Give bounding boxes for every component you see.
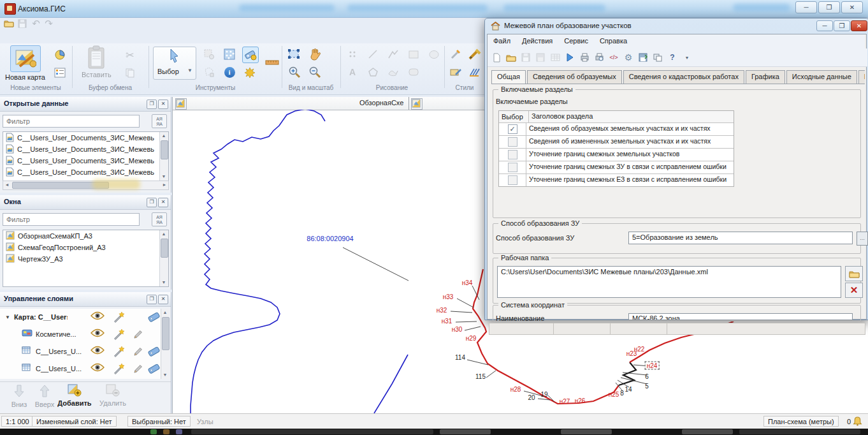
clear-folder-icon[interactable]: ✕ bbox=[845, 283, 863, 298]
info-tool-icon[interactable]: i bbox=[222, 64, 237, 80]
tag-icon[interactable] bbox=[147, 363, 162, 376]
legend-list-icon[interactable] bbox=[52, 65, 68, 80]
float-panel-icon[interactable]: ❐ bbox=[147, 100, 157, 109]
zoom-in-icon[interactable] bbox=[287, 64, 302, 80]
included-section-row[interactable]: ✓Сведения об образуемых земельных участк… bbox=[499, 122, 734, 135]
dialog-mezhevoy-plan[interactable]: Межевой план образование участков ─ ❐ ✕ … bbox=[484, 18, 868, 320]
style-hatch-icon[interactable] bbox=[467, 64, 482, 80]
zoom-out-icon[interactable] bbox=[307, 64, 322, 80]
nodes-toggle[interactable]: Узлы bbox=[192, 416, 218, 427]
minimize-button[interactable]: ─ bbox=[795, 1, 817, 13]
settings-gear-icon[interactable]: ⚙ bbox=[622, 51, 635, 64]
help-icon[interactable]: ? bbox=[666, 51, 679, 64]
section-checkbox[interactable] bbox=[508, 163, 517, 172]
open-data-filter-input[interactable] bbox=[3, 115, 140, 128]
included-section-row[interactable]: Сведения об измененных земельных участка… bbox=[499, 135, 734, 148]
layer-row[interactable]: Косметиче... bbox=[0, 326, 159, 343]
windows-filter-input[interactable] bbox=[3, 213, 140, 226]
section-checkbox[interactable] bbox=[508, 137, 517, 147]
formation-method-combobox[interactable]: 5=Образование из земель bbox=[628, 232, 853, 244]
print-preview-icon[interactable] bbox=[593, 51, 605, 64]
select-layer-icon[interactable] bbox=[222, 47, 237, 62]
layer-up-button[interactable]: Вверх bbox=[29, 384, 61, 408]
redo-icon[interactable]: ↷ bbox=[43, 19, 54, 29]
included-section-row[interactable]: Уточнение границ смежных ЗУ в связи с ис… bbox=[499, 161, 734, 173]
included-section-row[interactable]: Уточнение границ смежных земельных участ… bbox=[499, 148, 734, 161]
os-taskbar[interactable] bbox=[0, 429, 868, 435]
paste-button[interactable]: Вставить bbox=[82, 45, 112, 78]
projection-selector[interactable]: План-схема (метры) bbox=[763, 416, 839, 427]
draw-points-icon[interactable] bbox=[345, 47, 360, 62]
pencil-icon[interactable] bbox=[133, 346, 144, 358]
float-panel-icon[interactable]: ❐ bbox=[147, 198, 157, 207]
draw-line-icon[interactable] bbox=[365, 47, 380, 62]
float-panel-icon[interactable]: ❐ bbox=[147, 295, 157, 304]
dialog-close-button[interactable]: ✕ bbox=[851, 20, 867, 31]
draw-ellipse-icon[interactable] bbox=[426, 47, 442, 62]
toolbar-overflow-icon[interactable]: ▼ bbox=[681, 51, 693, 64]
dialog-tab-Общая[interactable]: Общая bbox=[491, 70, 526, 84]
dialog-tab-Сведения о кадастровых работах[interactable]: Сведения о кадастровых работах bbox=[623, 70, 744, 84]
tag-tool-active-icon[interactable] bbox=[242, 47, 259, 63]
dialog-menu-Сервис[interactable]: Сервис bbox=[558, 34, 594, 48]
pie-chart-icon[interactable] bbox=[52, 47, 68, 63]
select-rect-icon[interactable] bbox=[201, 47, 217, 62]
visibility-eye-icon[interactable] bbox=[90, 346, 105, 356]
restore-button[interactable]: ❐ bbox=[818, 1, 840, 13]
open-recent-icon[interactable] bbox=[3, 19, 14, 29]
copy-icon[interactable] bbox=[122, 65, 138, 80]
tag-icon[interactable] bbox=[147, 346, 162, 358]
dialog-tab-Измерен[interactable]: Измерен bbox=[858, 70, 865, 84]
style-region-icon[interactable] bbox=[448, 64, 463, 80]
layer-row[interactable]: ▼Карта: C__Users_U... bbox=[0, 309, 159, 326]
draw-text-icon[interactable]: A bbox=[345, 64, 360, 80]
wand-icon[interactable] bbox=[112, 328, 125, 343]
layer-del-button[interactable]: Удалить bbox=[97, 384, 129, 407]
visibility-eye-icon[interactable] bbox=[90, 328, 105, 339]
close-panel-icon[interactable]: ✕ bbox=[158, 100, 168, 109]
style-pencil-icon[interactable] bbox=[467, 47, 482, 62]
layer-row[interactable]: C__Users_U... bbox=[0, 343, 159, 360]
cut-icon[interactable]: ✂ bbox=[122, 47, 138, 63]
close-button[interactable]: ✕ bbox=[841, 1, 863, 13]
new-map-button[interactable]: Новая карта bbox=[5, 45, 45, 81]
measure-icon[interactable] bbox=[264, 55, 280, 70]
draw-polygon-icon[interactable] bbox=[365, 64, 380, 80]
included-section-row[interactable]: Уточнение границ смежных ЕЗ в связи с ис… bbox=[499, 173, 734, 186]
export-icon[interactable] bbox=[637, 51, 649, 64]
open-icon[interactable] bbox=[505, 51, 517, 64]
crs-name-combobox[interactable]: МСК-86 2 зона bbox=[628, 313, 853, 320]
window-list-item[interactable]: ОбзорнаяСхемаКП_А3 bbox=[3, 230, 168, 242]
save-icon[interactable] bbox=[519, 51, 532, 64]
print-icon[interactable] bbox=[578, 51, 591, 64]
bell-icon[interactable] bbox=[853, 417, 862, 427]
dialog-tab-Сведения об образуемых[interactable]: Сведения об образуемых bbox=[527, 70, 622, 84]
dialog-minimize-button[interactable]: ─ bbox=[816, 20, 833, 31]
close-panel-icon[interactable]: ✕ bbox=[158, 295, 168, 304]
dialog-tab-Графика[interactable]: Графика bbox=[746, 70, 785, 84]
xml-code-icon[interactable]: </> bbox=[607, 51, 620, 64]
pencil-icon[interactable] bbox=[133, 363, 144, 376]
save-icon[interactable] bbox=[17, 19, 27, 29]
draw-roundrect-icon[interactable] bbox=[406, 64, 421, 80]
style-pen-icon[interactable] bbox=[448, 47, 463, 62]
section-checkbox[interactable]: ✓ bbox=[508, 124, 517, 134]
structure-icon[interactable] bbox=[651, 51, 664, 64]
layers-scrollbar[interactable]: ▲▼ bbox=[161, 309, 170, 379]
tag-icon[interactable] bbox=[147, 311, 162, 324]
draw-polyline-icon[interactable] bbox=[386, 47, 401, 62]
open-data-item[interactable]: C__Users_User_Documents_ЗИС_Межевь bbox=[3, 166, 168, 178]
select-tool-button[interactable]: Выбор ▼ bbox=[153, 47, 196, 80]
wand-icon[interactable] bbox=[112, 363, 125, 377]
vertical-scrollbar[interactable]: ▲▼ bbox=[159, 230, 168, 286]
expander-icon[interactable]: ▼ bbox=[5, 314, 10, 320]
draw-rect-icon[interactable] bbox=[406, 47, 421, 62]
select-poly-icon[interactable] bbox=[201, 64, 217, 80]
draw-smooth-icon[interactable] bbox=[386, 64, 401, 80]
window-list-item[interactable]: СхемаГеодПостроений_А3 bbox=[3, 242, 168, 253]
visibility-eye-icon[interactable] bbox=[90, 363, 105, 373]
pencil-icon[interactable] bbox=[133, 328, 144, 341]
vertical-scrollbar[interactable]: ▲▼ bbox=[159, 132, 168, 181]
pan-hand-icon[interactable] bbox=[307, 47, 322, 62]
browse-folder-icon[interactable] bbox=[845, 266, 863, 281]
